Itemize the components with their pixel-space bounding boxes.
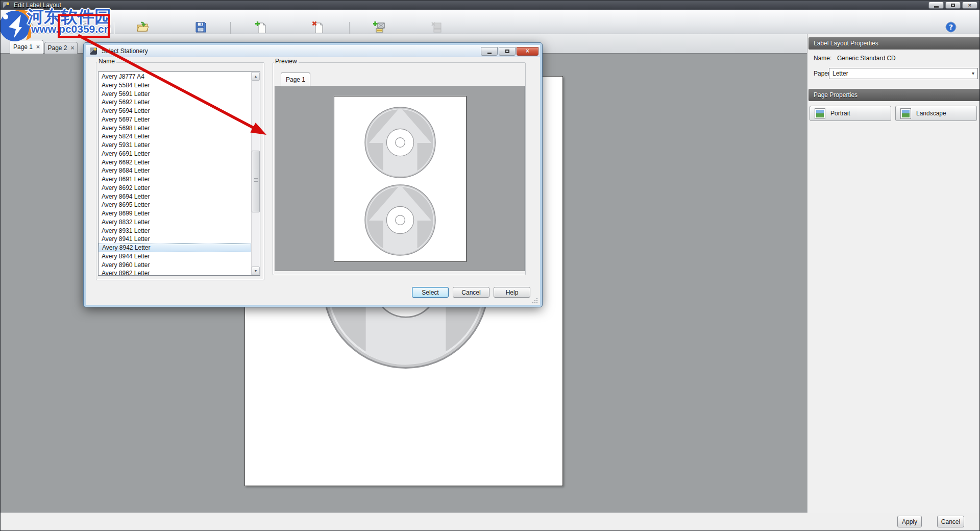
add-template-icon <box>373 21 385 33</box>
add-page-icon <box>255 21 267 33</box>
minimize-button[interactable] <box>928 2 944 9</box>
stationery-list-item[interactable]: Avery 8692 Letter <box>99 184 251 192</box>
stationery-list-item[interactable]: Avery 5694 Letter <box>99 107 251 115</box>
select-button[interactable]: Select <box>412 287 449 298</box>
tab-page-1[interactable]: Page 1 × <box>10 40 43 54</box>
stationery-list-item[interactable]: Avery 8931 Letter <box>99 227 251 235</box>
stationery-list-item[interactable]: Avery 8942 Letter <box>99 244 251 252</box>
preview-group-label: Preview <box>274 58 299 65</box>
stationery-list-item[interactable]: Avery 5824 Letter <box>99 132 251 141</box>
remove-page-icon <box>312 21 324 33</box>
scroll-down-button[interactable]: ▼ <box>252 267 260 275</box>
landscape-icon <box>900 108 911 119</box>
stationery-list-item[interactable]: Avery 8962 Letter <box>99 269 251 276</box>
list-scrollbar[interactable]: ▲ ▼ <box>251 72 260 275</box>
dialog-title: Select Stationery <box>102 47 148 55</box>
dialog-maximize-button[interactable] <box>499 47 516 56</box>
tab-page-1-label: Page 1 <box>13 43 33 51</box>
app-icon <box>3 2 10 9</box>
resize-grip[interactable] <box>532 298 538 303</box>
stationery-list-item[interactable]: Avery 8699 Letter <box>99 209 251 218</box>
close-icon: × <box>968 3 971 8</box>
apply-button[interactable]: Apply <box>897 516 922 527</box>
scroll-up-button[interactable]: ▲ <box>252 72 260 81</box>
footer-bar: Apply Cancel <box>1 513 980 531</box>
stationery-list-item[interactable]: Avery 5697 Letter <box>99 115 251 124</box>
cd-label-preview <box>334 96 466 261</box>
portrait-button[interactable]: Portrait <box>810 106 891 121</box>
preview-area <box>275 86 525 271</box>
app-window: Edit Label Layout × New Stationery Impor… <box>0 0 980 531</box>
minimize-icon <box>487 53 492 54</box>
name-label: Name: <box>814 55 831 62</box>
stationery-list-item[interactable]: Avery 8684 Letter <box>99 166 251 175</box>
maximize-icon <box>505 50 509 53</box>
new-document-icon <box>22 21 35 33</box>
annotation-highlight-rect <box>58 14 110 38</box>
preview-tab-page-1[interactable]: Page 1 <box>281 73 310 86</box>
stationery-list-item[interactable]: Avery 5584 Letter <box>99 81 251 90</box>
stationery-list-item[interactable]: Avery 6691 Letter <box>99 150 251 158</box>
stationery-list-item[interactable]: Avery 8832 Letter <box>99 218 251 227</box>
portrait-label: Portrait <box>830 110 850 117</box>
label-layout-properties-header: Label Layout Properties <box>808 37 980 50</box>
minimize-icon <box>934 6 939 8</box>
restore-icon <box>951 4 955 7</box>
preview-page <box>334 96 467 262</box>
select-stationery-dialog: Select Stationery × Name Avery J8777 A4 … <box>84 43 542 307</box>
stationery-list-item[interactable]: Avery 8944 Letter <box>99 252 251 261</box>
stationery-list[interactable]: Avery J8777 A4 Avery 5584 Letter Avery 5… <box>98 71 260 276</box>
dialog-close-button[interactable]: × <box>517 47 538 56</box>
stationery-list-item[interactable]: Avery 8695 Letter <box>99 201 251 209</box>
scroll-thumb[interactable] <box>252 151 260 212</box>
tab-page-2[interactable]: Page 2 × <box>44 42 78 54</box>
landscape-label: Landscape <box>916 110 946 117</box>
toolbar: New Stationery Import Export Add Page Re… <box>1 10 980 34</box>
stationery-list-item[interactable]: Avery 5698 Letter <box>99 124 251 133</box>
close-button[interactable]: × <box>962 2 977 9</box>
help-icon: ? <box>945 21 957 33</box>
stationery-list-item[interactable]: Avery 8960 Letter <box>99 261 251 270</box>
stationery-list-item[interactable]: Avery 5691 Letter <box>99 90 251 99</box>
name-group-label: Name <box>97 58 116 65</box>
stationery-list-item[interactable]: Avery 6692 Letter <box>99 158 251 167</box>
stationery-list-item[interactable]: Avery J8777 A4 <box>99 73 251 81</box>
stationery-list-item[interactable]: Avery 8694 Letter <box>99 192 251 201</box>
tab-page-2-label: Page 2 <box>47 44 67 52</box>
dialog-icon <box>90 47 97 55</box>
stationery-list-item[interactable]: Avery 5692 Letter <box>99 98 251 107</box>
restore-button[interactable] <box>945 2 961 9</box>
export-floppy-icon <box>194 21 207 33</box>
paper-select-value: Letter <box>832 70 848 77</box>
tab-close-icon[interactable]: × <box>36 44 40 50</box>
landscape-button[interactable]: Landscape <box>895 106 977 121</box>
remove-template-icon <box>431 21 443 33</box>
stationery-list-item[interactable]: Avery 8691 Letter <box>99 175 251 184</box>
dialog-titlebar[interactable]: Select Stationery × <box>86 45 540 57</box>
chevron-down-icon: ▾ <box>972 70 974 76</box>
dialog-client: Name Avery J8777 A4 Avery 5584 Letter Av… <box>86 57 540 305</box>
stationery-list-item[interactable]: Avery 5931 Letter <box>99 141 251 150</box>
svg-text:?: ? <box>949 23 953 31</box>
properties-panel: Label Layout Properties Name: Generic St… <box>807 34 980 513</box>
paper-select[interactable]: Letter ▾ <box>829 68 978 79</box>
window-title: Edit Label Layout <box>14 2 61 9</box>
preview-tab-label: Page 1 <box>286 76 305 83</box>
tab-close-icon[interactable]: × <box>71 45 75 51</box>
dialog-minimize-button[interactable] <box>481 47 498 56</box>
stationery-list-item[interactable]: Avery 8941 Letter <box>99 235 251 244</box>
window-titlebar: Edit Label Layout × <box>1 1 980 10</box>
dialog-cancel-button[interactable]: Cancel <box>453 287 489 298</box>
footer-cancel-button[interactable]: Cancel <box>937 516 964 527</box>
portrait-icon <box>815 108 825 119</box>
page-properties-header: Page Properties <box>808 89 980 101</box>
dialog-help-button[interactable]: Help <box>494 287 530 298</box>
name-value: Generic Standard CD <box>837 55 896 62</box>
import-folder-icon <box>136 21 149 33</box>
close-icon: × <box>526 49 529 54</box>
